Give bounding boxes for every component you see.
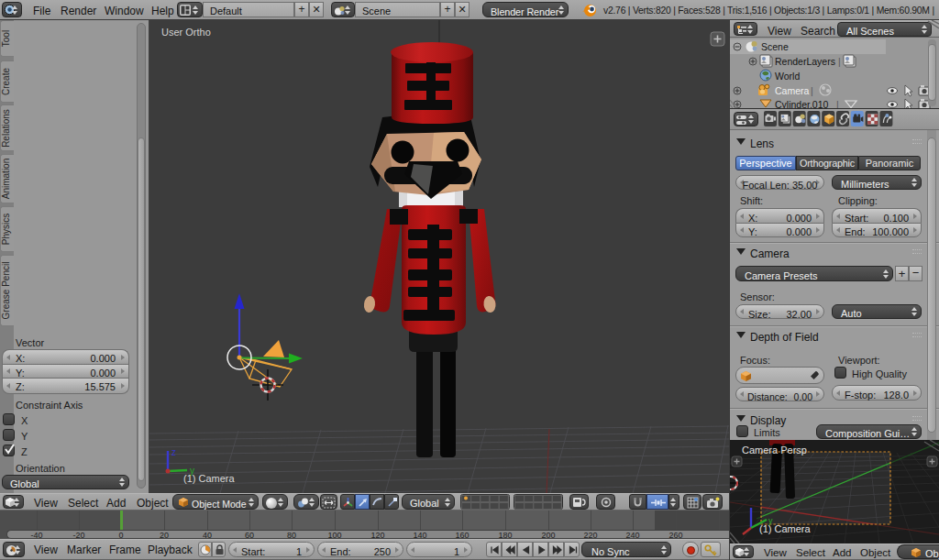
svg-text:(1) Camera: (1) Camera bbox=[183, 473, 236, 484]
svg-text:Scene: Scene bbox=[761, 41, 789, 52]
svg-text:RenderLayers: RenderLayers bbox=[775, 56, 835, 67]
svg-text:World: World bbox=[775, 71, 800, 82]
svg-text:Camera: Camera bbox=[775, 85, 810, 96]
svg-text:|: | bbox=[811, 85, 813, 96]
svg-text:User Ortho: User Ortho bbox=[161, 27, 211, 38]
svg-text:|: | bbox=[838, 56, 841, 67]
svg-text:Camera Persp: Camera Persp bbox=[742, 445, 807, 456]
svg-text:Cylinder.010: Cylinder.010 bbox=[775, 99, 829, 108]
svg-text:|: | bbox=[836, 99, 839, 108]
svg-text:z: z bbox=[171, 447, 176, 457]
svg-text:(1) Camera: (1) Camera bbox=[759, 523, 812, 534]
